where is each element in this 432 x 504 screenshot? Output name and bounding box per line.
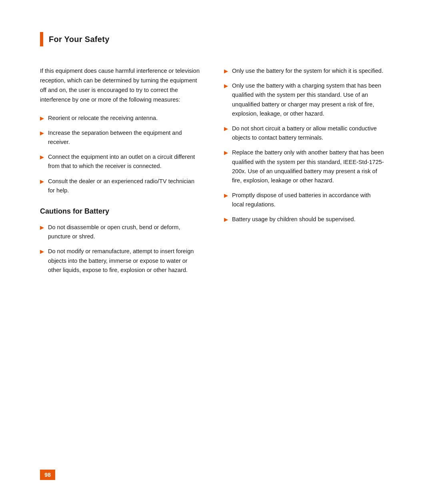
bullet-arrow-icon: ▶: [40, 178, 44, 186]
bullet-arrow-icon: ▶: [224, 67, 228, 76]
bullet-arrow-icon: ▶: [40, 114, 44, 123]
page-number-box: 98: [40, 470, 55, 480]
bullet-arrow-icon: ▶: [224, 192, 228, 200]
intro-paragraph: If this equipment does cause harmful int…: [40, 66, 200, 105]
list-item-text: Connect the equipment into an outlet on …: [48, 152, 200, 171]
bullet-arrow-icon: ▶: [224, 216, 228, 224]
list-item-text: Do not modify or remanufacture, attempt …: [48, 247, 200, 275]
list-item-text: Increase the separation between the equi…: [48, 128, 200, 147]
page-number: 98: [44, 472, 51, 478]
page-container: For Your Safety If this equipment does c…: [0, 0, 432, 504]
bullet-arrow-icon: ▶: [40, 153, 44, 162]
list-item: ▶ Only use the battery with a charging s…: [224, 81, 384, 118]
bullet-arrow-icon: ▶: [40, 129, 44, 138]
list-item: ▶ Connect the equipment into an outlet o…: [40, 152, 200, 171]
cautions-bullet-list: ▶ Do not disassemble or open crush, bend…: [40, 223, 200, 275]
right-column: ▶ Only use the battery for the system fo…: [224, 66, 384, 287]
page-header: For Your Safety: [40, 32, 392, 46]
bullet-arrow-icon: ▶: [40, 224, 44, 232]
cautions-subtitle: Cautions for Battery: [40, 207, 200, 216]
list-item: ▶ Do not modify or remanufacture, attemp…: [40, 247, 200, 275]
content-columns: If this equipment does cause harmful int…: [40, 66, 392, 287]
list-item: ▶ Increase the separation between the eq…: [40, 128, 200, 147]
orange-bar-decoration: [40, 32, 43, 46]
list-item: ▶ Only use the battery for the system fo…: [224, 66, 384, 76]
list-item-text: Do not disassemble or open crush, bend o…: [48, 223, 200, 241]
battery-bullet-list: ▶ Only use the battery for the system fo…: [224, 66, 384, 224]
bullet-arrow-icon: ▶: [40, 248, 44, 256]
list-item: ▶ Reorient or relocate the receiving ant…: [40, 114, 200, 123]
list-item-text: Replace the battery only with another ba…: [232, 148, 384, 185]
list-item: ▶ Consult the dealer or an experienced r…: [40, 177, 200, 195]
left-column: If this equipment does cause harmful int…: [40, 66, 200, 287]
list-item-text: Promptly dispose of used batteries in ac…: [232, 191, 384, 209]
list-item: ▶ Do not disassemble or open crush, bend…: [40, 223, 200, 241]
bullet-arrow-icon: ▶: [224, 125, 228, 133]
list-item: ▶ Do not short circuit a battery or allo…: [224, 124, 384, 142]
bullet-arrow-icon: ▶: [224, 82, 228, 90]
list-item: ▶ Promptly dispose of used batteries in …: [224, 191, 384, 209]
interference-bullet-list: ▶ Reorient or relocate the receiving ant…: [40, 114, 200, 195]
list-item-text: Battery usage by children should be supe…: [232, 215, 356, 224]
bullet-arrow-icon: ▶: [224, 149, 228, 157]
list-item-text: Only use the battery for the system for …: [232, 66, 383, 76]
list-item: ▶ Replace the battery only with another …: [224, 148, 384, 185]
list-item-text: Only use the battery with a charging sys…: [232, 81, 384, 118]
list-item-text: Reorient or relocate the receiving anten…: [48, 114, 158, 123]
list-item-text: Consult the dealer or an experienced rad…: [48, 177, 200, 195]
list-item: ▶ Battery usage by children should be su…: [224, 215, 384, 224]
list-item-text: Do not short circuit a battery or allow …: [232, 124, 384, 142]
page-title: For Your Safety: [49, 35, 110, 44]
